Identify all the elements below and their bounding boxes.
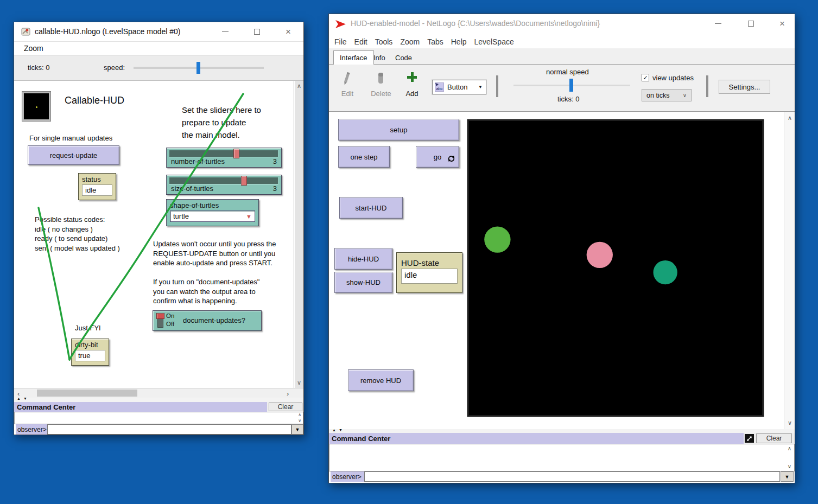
right-command-input[interactable] (364, 471, 780, 482)
left-vscrollbar[interactable]: ∧ ∨ (295, 81, 303, 388)
left-titlebar[interactable]: callable-HUD.nlogo (LevelSpace model #0)… (14, 22, 303, 42)
view-updates-label: view updates (652, 74, 694, 82)
menu-help[interactable]: Help (451, 37, 467, 46)
output-scroll-up-icon[interactable]: ∧ (298, 413, 301, 417)
edit-tool-button[interactable]: Edit (338, 90, 357, 98)
shape-of-turtles-chooser[interactable]: shape-of-turtles turtle ▼ (166, 199, 259, 226)
update-mode-dropdown[interactable]: on ticks ∨ (642, 89, 692, 101)
size-of-turtles-slider[interactable]: size-of-turtles 3 (166, 175, 282, 195)
size-of-turtles-track[interactable] (169, 177, 278, 184)
document-updates-switch[interactable]: On Off document-updates? (153, 310, 262, 331)
left-command-input[interactable] (47, 424, 291, 435)
speed-slider-thumb[interactable] (569, 79, 573, 92)
tab-info[interactable]: Info (373, 54, 385, 62)
maximize-icon[interactable] (248, 22, 266, 41)
menu-tools[interactable]: Tools (375, 37, 393, 46)
go-forever-button[interactable]: go (416, 146, 459, 168)
scroll-up-icon[interactable]: ∧ (297, 83, 301, 89)
shape-of-turtles-select[interactable]: turtle ▼ (170, 210, 255, 222)
show-hud-button[interactable]: show-HUD (334, 272, 392, 293)
scroll-right-icon[interactable]: › (287, 390, 289, 397)
left-hscrollbar[interactable]: ‹ › (14, 388, 303, 398)
chooser-arrow-icon: ▼ (246, 213, 252, 220)
output-scroll-up-icon[interactable]: ∧ (788, 446, 791, 451)
ticks-counter: ticks: 0 (557, 95, 579, 103)
netlogo-main-window: HUD-enabled-model - NetLogo {C:\Users\wa… (328, 14, 795, 483)
splitter-down-icon[interactable]: ▼ (23, 397, 27, 400)
edit-pencil-icon (342, 71, 351, 88)
turtle (484, 226, 510, 252)
maximize-icon[interactable] (741, 14, 760, 33)
switch-off-label: Off (166, 321, 174, 327)
minimize-icon[interactable] (709, 14, 727, 33)
menu-zoom[interactable]: Zoom (24, 44, 43, 53)
left-hscroll-thumb[interactable] (37, 390, 137, 397)
dirty-bit-monitor: dirty-bit true (71, 339, 109, 366)
size-of-turtles-label: size-of-turtles (171, 184, 213, 193)
output-scroll-down-icon[interactable]: ∨ (788, 464, 791, 469)
left-observer-prompt: observer> (16, 424, 47, 435)
status-monitor-label: status (82, 175, 112, 183)
scroll-down-icon[interactable]: ∨ (788, 420, 792, 426)
request-update-button[interactable]: request-update (28, 145, 119, 165)
sliders-note: Set the sliders here to prepare to updat… (182, 104, 261, 141)
interface-toolbar: Edit Delete Add abc Button ▼ normal spee… (329, 65, 795, 112)
number-of-turtles-slider[interactable]: number-of-turtles 3 (166, 148, 282, 168)
left-cc-clear-button[interactable]: Clear (269, 403, 302, 411)
forever-icon (448, 155, 455, 164)
one-step-button[interactable]: one step (338, 146, 390, 168)
view-updates-checkbox[interactable]: ✓ (642, 74, 649, 81)
close-icon[interactable]: × (279, 22, 297, 41)
status-codes-note: Possible status codes: idle ( no changes… (35, 215, 120, 253)
right-history-dropdown[interactable]: ▼ (781, 471, 794, 482)
splitter-up-icon[interactable]: ▲ (332, 428, 336, 432)
menu-tabs[interactable]: Tabs (427, 37, 443, 46)
left-cc-output[interactable]: ∧ ∨ (14, 412, 303, 424)
world-view[interactable] (467, 119, 764, 417)
menu-zoom[interactable]: Zoom (400, 37, 420, 46)
mini-turtle-dot (36, 106, 37, 108)
setup-button[interactable]: setup (338, 119, 459, 141)
switch-knob[interactable] (156, 313, 164, 319)
hide-hud-button[interactable]: hide-HUD (334, 248, 392, 270)
dirty-bit-monitor-label: dirty-bit (75, 341, 105, 349)
switch-on-label: On (166, 312, 174, 319)
tab-code[interactable]: Code (395, 54, 412, 62)
right-cc-input-row: observer> ▼ (329, 471, 795, 482)
splitter-up-icon[interactable]: ▲ (17, 397, 21, 400)
left-history-dropdown[interactable]: ▼ (291, 424, 303, 435)
dropdown-arrow-icon: ▼ (478, 85, 483, 90)
number-of-turtles-track[interactable] (169, 150, 278, 157)
widget-type-dropdown[interactable]: abc Button ▼ (432, 80, 486, 94)
start-hud-button[interactable]: start-HUD (339, 197, 403, 219)
scroll-up-icon[interactable]: ∧ (788, 115, 792, 121)
scroll-down-icon[interactable]: ∨ (297, 380, 301, 386)
right-titlebar[interactable]: HUD-enabled-model - NetLogo {C:\Users\wa… (329, 14, 795, 34)
splitter-down-icon[interactable]: ▼ (339, 428, 343, 432)
cc-expand-icon[interactable] (745, 434, 754, 443)
output-scroll-down-icon[interactable]: ∨ (298, 419, 301, 423)
tab-interface[interactable]: Interface (333, 50, 374, 65)
toolbar-separator (706, 75, 708, 97)
delete-tool-button[interactable]: Delete (366, 90, 396, 98)
right-cc-output[interactable]: ∧ ∨ (329, 444, 795, 471)
right-splitter[interactable]: ▲ ▼ (329, 429, 795, 433)
close-icon[interactable]: × (773, 14, 791, 33)
left-splitter[interactable]: ▲ ▼ (14, 398, 303, 402)
menu-levelspace[interactable]: LevelSpace (474, 37, 514, 46)
turtle (654, 260, 677, 284)
note-single-updates: For single manual updates (29, 133, 112, 143)
minimize-icon[interactable] (216, 22, 234, 41)
settings-button[interactable]: Settings... (719, 80, 770, 94)
menu-file[interactable]: File (334, 37, 347, 46)
add-tool-button[interactable]: Add (403, 90, 421, 98)
combo-chevron-icon: ∨ (683, 92, 687, 98)
status-monitor-value: idle (82, 184, 112, 196)
netlogo-flag-icon (335, 20, 346, 30)
just-fyi-note: Just FYI (75, 323, 101, 333)
menu-edit[interactable]: Edit (354, 37, 367, 46)
right-cc-clear-button[interactable]: Clear (756, 433, 792, 443)
right-vscrollbar[interactable]: ∧ ∨ (784, 112, 795, 429)
left-speed-slider-thumb[interactable] (196, 62, 200, 74)
remove-hud-button[interactable]: remove HUD (348, 369, 414, 391)
